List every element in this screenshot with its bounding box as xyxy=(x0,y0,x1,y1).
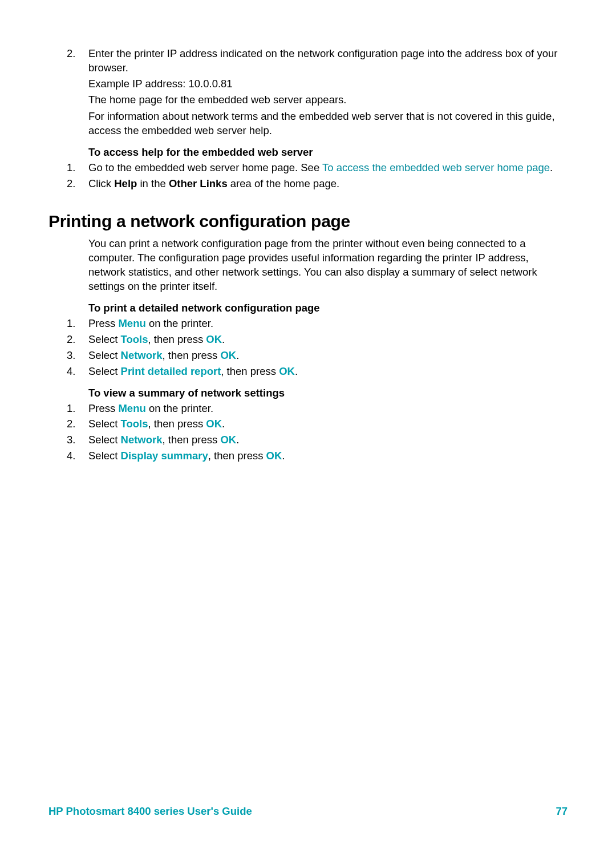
text: Select xyxy=(88,365,121,377)
print-detailed-report-label: Print detailed report xyxy=(121,365,221,377)
ok-label: OK xyxy=(279,365,295,377)
text: Press xyxy=(88,317,118,329)
print-step-4: 4. Select Print detailed report, then pr… xyxy=(88,365,568,379)
step-text: Enter the printer IP address indicated o… xyxy=(88,47,557,74)
step-text-suffix: . xyxy=(550,161,553,173)
step-number: 2. xyxy=(67,177,75,191)
text: on the printer. xyxy=(146,402,213,414)
text: . xyxy=(282,450,285,462)
print-detailed-list: 1. Press Menu on the printer. 2. Select … xyxy=(48,317,568,379)
footer-title: HP Photosmart 8400 series User's Guide xyxy=(48,805,252,818)
other-links-label: Other Links xyxy=(169,177,228,189)
page-number: 77 xyxy=(556,805,568,818)
text: Select xyxy=(88,450,121,462)
ok-label: OK xyxy=(220,349,236,361)
step-example: Example IP address: 10.0.0.81 xyxy=(88,77,568,91)
text: Select xyxy=(88,333,121,345)
text: Select xyxy=(88,418,121,430)
access-help-step-1: 1. Go to the embedded web server home pa… xyxy=(88,161,568,175)
text: . xyxy=(222,333,225,345)
tools-label: Tools xyxy=(121,418,148,430)
ok-label: OK xyxy=(206,333,222,345)
step-number: 1. xyxy=(67,317,75,331)
step-number: 2. xyxy=(67,47,75,61)
step-number: 3. xyxy=(67,433,75,447)
access-help-list: 1. Go to the embedded web server home pa… xyxy=(48,161,568,191)
text: on the printer. xyxy=(146,317,213,329)
step-text-prefix: Go to the embedded web server home page.… xyxy=(88,161,322,173)
text: , then press xyxy=(221,365,279,377)
text: . xyxy=(236,349,239,361)
text: Select xyxy=(88,349,121,361)
section-intro: You can print a network configuration pa… xyxy=(48,237,568,294)
view-step-4: 4. Select Display summary, then press OK… xyxy=(88,449,568,463)
page-footer: HP Photosmart 8400 series User's Guide 7… xyxy=(48,805,568,818)
step-number: 4. xyxy=(67,449,75,463)
access-help-heading: To access help for the embedded web serv… xyxy=(48,146,568,159)
step-text-prefix: Click xyxy=(88,177,114,189)
menu-button-label: Menu xyxy=(118,317,145,329)
print-step-1: 1. Press Menu on the printer. xyxy=(88,317,568,331)
view-step-2: 2. Select Tools, then press OK. xyxy=(88,417,568,431)
text: , then press xyxy=(208,450,266,462)
text: , then press xyxy=(163,434,221,446)
intro-paragraph: For information about network terms and … xyxy=(48,110,568,138)
ok-label: OK xyxy=(206,418,222,430)
ok-label: OK xyxy=(266,450,282,462)
text: Select xyxy=(88,434,121,446)
display-summary-label: Display summary xyxy=(121,450,208,462)
ok-label: OK xyxy=(220,434,236,446)
step-number: 1. xyxy=(67,161,75,175)
network-label: Network xyxy=(121,434,163,446)
step-number: 2. xyxy=(67,417,75,431)
text: . xyxy=(236,434,239,446)
step-number: 3. xyxy=(67,349,75,363)
text: . xyxy=(222,418,225,430)
text: Press xyxy=(88,402,118,414)
intro-ordered-list: 2. Enter the printer IP address indicate… xyxy=(48,47,568,107)
view-summary-heading: To view a summary of network settings xyxy=(48,387,568,399)
page-content: 2. Enter the printer IP address indicate… xyxy=(0,0,616,463)
menu-button-label: Menu xyxy=(118,402,145,414)
step-text-suffix: area of the home page. xyxy=(228,177,339,189)
text: , then press xyxy=(148,418,206,430)
step-result: The home page for the embedded web serve… xyxy=(88,93,568,107)
print-step-2: 2. Select Tools, then press OK. xyxy=(88,333,568,347)
step-number: 1. xyxy=(67,402,75,416)
network-label: Network xyxy=(121,349,163,361)
view-step-3: 3. Select Network, then press OK. xyxy=(88,433,568,447)
view-step-1: 1. Press Menu on the printer. xyxy=(88,402,568,416)
link-access-ews-home[interactable]: To access the embedded web server home p… xyxy=(322,161,550,173)
section-heading: Printing a network configuration page xyxy=(48,212,568,231)
print-step-3: 3. Select Network, then press OK. xyxy=(88,349,568,363)
print-detailed-heading: To print a detailed network configuratio… xyxy=(48,302,568,314)
text: , then press xyxy=(163,349,221,361)
access-help-step-2: 2. Click Help in the Other Links area of… xyxy=(88,177,568,191)
step-number: 4. xyxy=(67,365,75,379)
intro-step-2: 2. Enter the printer IP address indicate… xyxy=(88,47,568,107)
view-summary-list: 1. Press Menu on the printer. 2. Select … xyxy=(48,402,568,464)
help-label: Help xyxy=(114,177,137,189)
text: . xyxy=(295,365,298,377)
tools-label: Tools xyxy=(121,333,148,345)
step-number: 2. xyxy=(67,333,75,347)
step-text-mid: in the xyxy=(137,177,169,189)
text: , then press xyxy=(148,333,206,345)
